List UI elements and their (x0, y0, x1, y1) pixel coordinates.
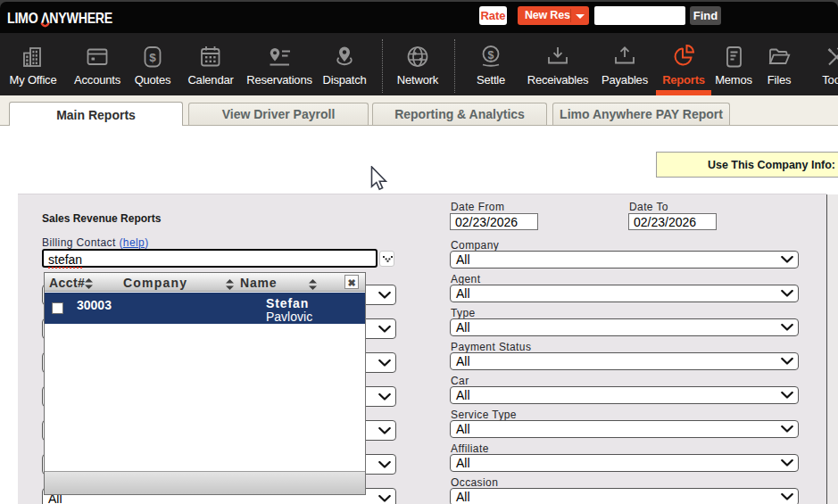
svg-text:$: $ (488, 49, 494, 62)
svg-text:$: $ (149, 51, 156, 64)
